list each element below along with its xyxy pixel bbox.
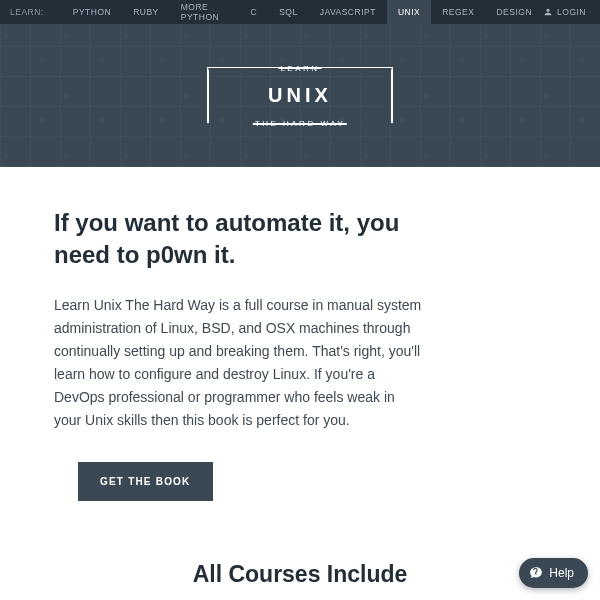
nav-item-regex[interactable]: REGEX	[431, 0, 485, 24]
description: Learn Unix The Hard Way is a full course…	[54, 294, 424, 433]
hero-frame: LEARN UNIX THE HARD WAY	[207, 67, 393, 125]
hero-bottom-label: THE HARD WAY	[249, 119, 351, 128]
login-button[interactable]: LOGIN	[543, 7, 586, 17]
hero-banner: LEARN UNIX THE HARD WAY	[0, 24, 600, 167]
nav-item-unix[interactable]: UNIX	[387, 0, 431, 24]
get-book-button[interactable]: GET THE BOOK	[78, 462, 213, 501]
top-navbar: LEARN: PYTHON RUBY MORE PYTHON C SQL JAV…	[0, 0, 600, 24]
hero-top-label: LEARN	[274, 64, 325, 73]
help-widget[interactable]: Help	[519, 558, 588, 588]
main-content: If you want to automate it, you need to …	[0, 167, 600, 531]
nav-item-design[interactable]: DESIGN	[485, 0, 543, 24]
user-icon	[543, 7, 553, 17]
help-label: Help	[549, 566, 574, 580]
nav-item-c[interactable]: C	[240, 0, 269, 24]
nav-item-python[interactable]: PYTHON	[62, 0, 122, 24]
help-icon	[529, 566, 543, 580]
nav-prefix-label: LEARN:	[10, 7, 44, 17]
nav-item-ruby[interactable]: RUBY	[122, 0, 170, 24]
section-title: All Courses Include	[0, 561, 600, 588]
nav-items: PYTHON RUBY MORE PYTHON C SQL JAVASCRIPT…	[62, 0, 543, 24]
nav-item-javascript[interactable]: JAVASCRIPT	[309, 0, 387, 24]
nav-item-more-python[interactable]: MORE PYTHON	[170, 0, 240, 24]
hero-title: UNIX	[268, 84, 332, 107]
login-label: LOGIN	[557, 7, 586, 17]
headline: If you want to automate it, you need to …	[54, 207, 454, 272]
courses-include-section: All Courses Include	[0, 531, 600, 588]
nav-item-sql[interactable]: SQL	[268, 0, 309, 24]
